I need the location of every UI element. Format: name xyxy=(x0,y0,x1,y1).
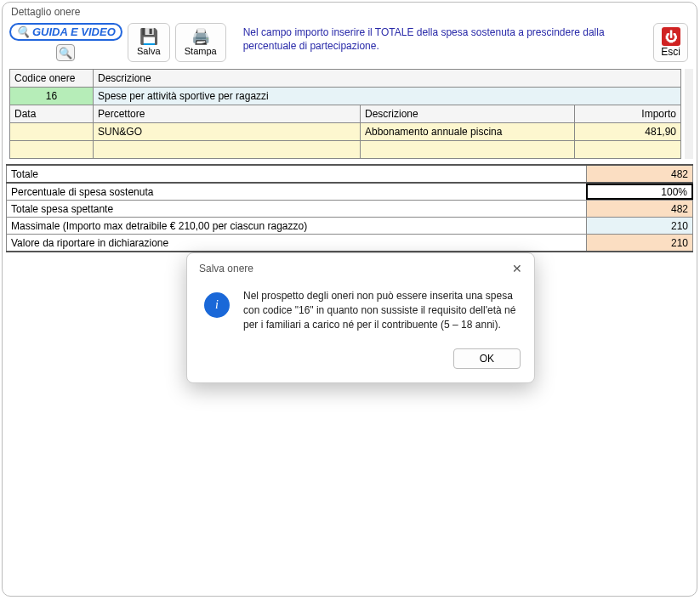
dialog-footer: OK xyxy=(187,343,534,382)
data-row-2: SUN&GO Abbonamento annuale piscina 481,9… xyxy=(9,123,681,141)
salva-label: Salva xyxy=(137,46,161,56)
empty-imp[interactable] xyxy=(574,141,681,158)
totale-row: Totale 482 xyxy=(6,166,693,184)
hdr-importo: Importo xyxy=(574,105,681,122)
scrollbar[interactable] xyxy=(685,69,693,159)
toolbar: 🔍 GUIDA E VIDEO 🔍 💾 Salva 🖨️ Stampa Nel … xyxy=(3,21,697,69)
descrizione2-value[interactable]: Abbonamento annuale piscina xyxy=(360,123,574,140)
toolbar-hint: Nel campo importo inserire il TOTALE del… xyxy=(231,23,649,53)
dialog-body: i Nel prospetto degli oneri non può esse… xyxy=(187,280,534,343)
summary: Totale 482 Percentuale di spesa sostenut… xyxy=(6,164,693,252)
hdr-data: Data xyxy=(9,105,93,122)
dialog-title: Salva onere xyxy=(199,263,253,275)
hdr-descrizione2: Descrizione xyxy=(360,105,574,122)
perc-value[interactable]: 100% xyxy=(586,184,693,200)
esci-label: Esci xyxy=(661,46,680,58)
guida-label: GUIDA E VIDEO xyxy=(32,25,116,38)
spettante-row: Totale spesa spettante 482 xyxy=(6,201,693,218)
massimale-row: Massimale (Importo max detraibile € 210,… xyxy=(6,218,693,235)
header-row-2: Data Percettore Descrizione Importo xyxy=(9,105,681,123)
empty-desc[interactable] xyxy=(360,141,574,158)
descrizione-value[interactable]: Spese per attività sportive per ragazzi xyxy=(93,88,681,105)
perc-row: Percentuale di spesa sostenuta 100% xyxy=(6,184,693,201)
spettante-value: 482 xyxy=(586,201,693,217)
dettaglio-onere-window: Dettaglio onere 🔍 GUIDA E VIDEO 🔍 💾 Salv… xyxy=(2,2,697,597)
massimale-value: 210 xyxy=(586,218,693,234)
print-icon: 🖨️ xyxy=(191,29,210,44)
power-icon: ⏻ xyxy=(662,27,680,46)
valore-label: Valore da riportare in dichiarazione xyxy=(6,235,586,251)
search-icon: 🔍 xyxy=(16,25,30,38)
info-icon: i xyxy=(204,292,230,318)
valore-row: Valore da riportare in dichiarazione 210 xyxy=(6,235,693,252)
data-value[interactable] xyxy=(9,123,93,140)
guida-group: 🔍 GUIDA E VIDEO 🔍 xyxy=(9,23,122,61)
stampa-label: Stampa xyxy=(185,46,217,56)
zoom-button[interactable]: 🔍 xyxy=(56,44,75,61)
dialog-titlebar: Salva onere ✕ xyxy=(187,253,534,280)
guida-video-button[interactable]: 🔍 GUIDA E VIDEO xyxy=(9,23,122,41)
perc-label: Percentuale di spesa sostenuta xyxy=(6,184,586,200)
spettante-label: Totale spesa spettante xyxy=(6,201,586,217)
hdr-codice: Codice onere xyxy=(9,70,93,87)
massimale-label: Massimale (Importo max detraibile € 210,… xyxy=(6,218,586,234)
percettore-value[interactable]: SUN&GO xyxy=(93,123,360,140)
window-title: Dettaglio onere xyxy=(3,3,697,21)
stampa-button[interactable]: 🖨️ Stampa xyxy=(175,23,226,62)
codice-value[interactable]: 16 xyxy=(9,88,93,105)
salva-button[interactable]: 💾 Salva xyxy=(128,23,170,62)
importo-value[interactable]: 481,90 xyxy=(574,123,681,140)
totale-label: Totale xyxy=(6,166,586,182)
esci-button[interactable]: ⏻ Esci xyxy=(653,23,688,62)
empty-row xyxy=(9,141,681,159)
header-row-1: Codice onere Descrizione xyxy=(9,70,681,88)
salva-onere-dialog: Salva onere ✕ i Nel prospetto degli oner… xyxy=(186,252,535,383)
dialog-message: Nel prospetto degli oneri non può essere… xyxy=(243,289,517,331)
magnify-icon: 🔍 xyxy=(59,47,72,59)
hdr-descrizione: Descrizione xyxy=(93,70,681,87)
grid: Codice onere Descrizione 16 Spese per at… xyxy=(9,69,681,159)
hdr-percettore: Percettore xyxy=(93,105,360,122)
data-row-1: 16 Spese per attività sportive per ragaz… xyxy=(9,88,681,105)
dialog-ok-button[interactable]: OK xyxy=(453,348,521,369)
empty-data[interactable] xyxy=(9,141,93,158)
save-icon: 💾 xyxy=(139,29,158,44)
totale-value: 482 xyxy=(586,166,693,182)
dialog-close-button[interactable]: ✕ xyxy=(512,262,522,275)
valore-value: 210 xyxy=(586,235,693,251)
empty-perc[interactable] xyxy=(93,141,360,158)
